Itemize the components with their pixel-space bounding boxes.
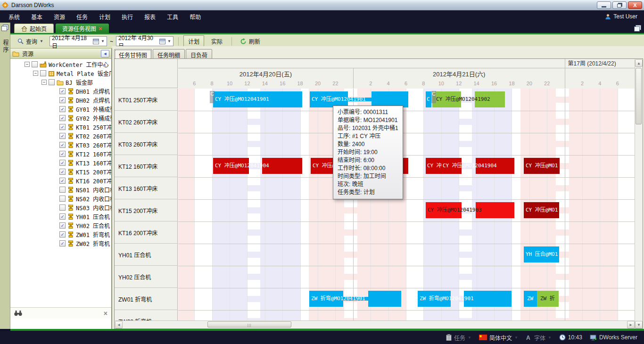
tree-node[interactable]: ✓KT13 160T冲床	[10, 158, 111, 167]
document-tab[interactable]: 起始页	[14, 24, 54, 33]
plan-toggle-button[interactable]: 计划	[183, 35, 204, 47]
horizontal-scrollbar[interactable]: ◄ ||| ►	[115, 320, 635, 328]
tree-checkbox[interactable]: ✓	[59, 231, 66, 238]
binoculars-icon[interactable]	[14, 310, 22, 316]
task-bar[interactable]	[475, 91, 505, 107]
tree-node[interactable]: ✓GY02 外桶成型机	[10, 114, 111, 123]
tree-expander-icon[interactable]: −	[41, 80, 47, 85]
menu-item[interactable]: 系统	[3, 11, 25, 23]
tree-checkbox[interactable]: ✓	[59, 142, 66, 148]
menu-item[interactable]: 执行	[116, 11, 139, 23]
collapsed-panel-strip[interactable]: 程序	[0, 23, 10, 329]
tree-node[interactable]: ✓YH01 压合机	[10, 212, 111, 221]
task-bar[interactable]	[524, 246, 559, 262]
menu-item[interactable]: 基本	[25, 11, 48, 23]
tree-node[interactable]: ✓KT15 200T冲床	[10, 167, 111, 176]
task-bar[interactable]	[343, 297, 368, 301]
task-bar[interactable]	[537, 291, 559, 307]
task-bar[interactable]	[426, 91, 431, 107]
scroll-up-icon[interactable]: ▲	[635, 59, 643, 67]
tree-checkbox[interactable]: ✓	[59, 222, 66, 229]
tree-node[interactable]: ✓KT03 260T冲床	[10, 140, 111, 149]
statusbar-item[interactable]: 10:43	[559, 334, 582, 341]
tree-expander-icon[interactable]: −	[33, 71, 38, 76]
statusbar-item[interactable]: DWorks Server	[590, 334, 637, 341]
task-bar[interactable]	[213, 158, 249, 174]
scroll-left-icon[interactable]: ◄	[115, 321, 123, 328]
tree-node[interactable]: −WorkCenter 工作中心	[10, 60, 111, 69]
tree-checkbox[interactable]: ✓	[59, 115, 66, 121]
menu-item[interactable]: 计划	[93, 11, 116, 23]
task-bar[interactable]	[418, 291, 451, 307]
tree-node[interactable]: ✓KT02 260T冲床	[10, 131, 111, 140]
vscroll-thumb[interactable]	[636, 68, 642, 124]
task-bar[interactable]	[372, 91, 408, 107]
document-tab[interactable]: 资源任务视图×	[56, 24, 109, 33]
task-bar[interactable]	[524, 158, 560, 174]
tree-checkbox[interactable]: ✓	[59, 169, 66, 175]
tree-expander-icon[interactable]: −	[25, 62, 30, 67]
tree-node[interactable]: −Metal Plate 钣金厂	[10, 69, 111, 78]
tree-node[interactable]: ✓YH02 压合机	[10, 221, 111, 230]
task-bar[interactable]	[432, 91, 461, 107]
tree-checkbox[interactable]: ✓	[59, 151, 66, 157]
tree-checkbox[interactable]	[32, 61, 38, 67]
tree-node[interactable]: −BJ 钣金部	[10, 78, 111, 87]
task-bar[interactable]	[213, 91, 302, 107]
tree-checkbox[interactable]	[40, 70, 46, 76]
menu-item[interactable]: 资源	[48, 11, 71, 23]
tree-node[interactable]: ✓DH02 点焊机	[10, 96, 111, 105]
tree-node[interactable]: ✓GY01 外桶成型机	[10, 105, 111, 114]
task-bar[interactable]	[476, 202, 514, 218]
menu-item[interactable]: 报表	[139, 11, 161, 23]
task-bar[interactable]	[464, 291, 512, 307]
task-bar[interactable]	[309, 291, 343, 307]
task-bar[interactable]	[310, 91, 348, 107]
task-bar[interactable]	[368, 291, 401, 307]
task-bar[interactable]	[426, 158, 462, 174]
scroll-down-icon[interactable]: ▼	[635, 321, 643, 328]
tree-checkbox[interactable]: ✓	[59, 240, 66, 246]
collapse-panel-button[interactable]: ◄	[101, 50, 109, 57]
user-area[interactable]: Test User	[605, 10, 637, 23]
tree-node[interactable]: ✓KT01 250T冲床	[10, 123, 111, 131]
menu-item[interactable]: 帮助	[184, 11, 206, 23]
menu-item[interactable]: 工具	[161, 11, 184, 23]
tree-checkbox[interactable]: ✓	[59, 133, 66, 139]
restore-button[interactable]	[612, 1, 627, 9]
tree-checkbox[interactable]: ✓	[59, 160, 66, 166]
tree-checkbox[interactable]: ✓	[59, 88, 66, 94]
vertical-scrollbar[interactable]: ▲ ▼	[635, 59, 642, 328]
tree-node[interactable]: NS02 内收口机	[10, 194, 111, 203]
tree-checkbox[interactable]	[59, 187, 66, 193]
tree-checkbox[interactable]	[59, 196, 66, 202]
tree-node[interactable]: ✓KT16 200T冲床	[10, 176, 111, 185]
task-bar[interactable]	[348, 98, 372, 101]
statusbar-item[interactable]: 简体中文▼	[479, 334, 518, 342]
statusbar-item[interactable]: A字体▼	[526, 334, 552, 342]
tree-node[interactable]: NS03 内收口机	[10, 203, 111, 212]
tree-node[interactable]: ✓ZW02 折弯机	[10, 239, 111, 248]
task-bar[interactable]	[524, 202, 559, 218]
tab-overflow-icon[interactable]	[634, 25, 641, 31]
tree-checkbox[interactable]: ✓	[59, 213, 66, 220]
minimize-button[interactable]	[597, 1, 611, 9]
tree-checkbox[interactable]	[49, 79, 55, 85]
date-to-field[interactable]: 2012年 4月30日 ▼	[116, 36, 173, 46]
tree-node[interactable]: NS01 内收口机	[10, 185, 111, 194]
task-bar[interactable]	[524, 291, 537, 307]
hscroll-thumb[interactable]: |||	[207, 321, 291, 328]
tree-node[interactable]: ✓DH01 点焊机	[10, 87, 111, 96]
tree-checkbox[interactable]: ✓	[59, 178, 66, 184]
refresh-button[interactable]: 刷新	[237, 36, 264, 47]
tree-checkbox[interactable]	[59, 205, 66, 211]
task-bar[interactable]	[262, 158, 302, 174]
tree-checkbox[interactable]: ✓	[59, 124, 66, 130]
task-bar[interactable]	[476, 158, 514, 174]
query-button[interactable]: 查询 ▼	[14, 36, 47, 47]
task-bar[interactable]	[426, 202, 462, 218]
actual-toggle-button[interactable]: 实际	[207, 36, 227, 47]
close-tab-icon[interactable]: ×	[99, 25, 102, 32]
tree-checkbox[interactable]: ✓	[59, 97, 66, 103]
statusbar-item[interactable]: 任务▼	[446, 334, 471, 342]
